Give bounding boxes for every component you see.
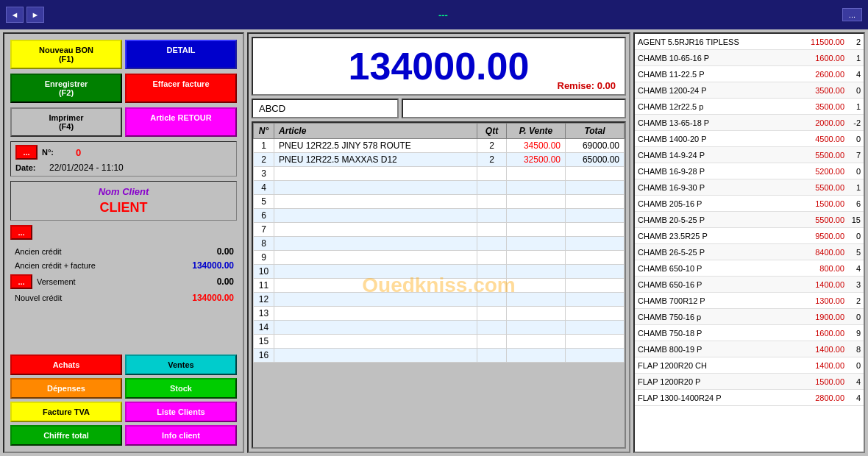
list-item[interactable]: FLAP 1200R20 P 1500.00 4 <box>635 374 864 390</box>
product-price: 5500.00 <box>800 215 844 224</box>
table-row[interactable]: 11 <box>254 279 625 293</box>
list-item[interactable]: AGENT 5.5RJR16 TIPLESS 11500.00 2 <box>635 34 864 50</box>
list-item[interactable]: CHAMB 16-9-28 P 5200.00 0 <box>635 163 864 179</box>
table-row[interactable]: 8 <box>254 237 625 251</box>
list-item[interactable]: CHAMB 800-19 P 1400.00 8 <box>635 341 864 357</box>
table-row[interactable]: 6 <box>254 209 625 223</box>
table-row[interactable]: 10 <box>254 265 625 279</box>
date-value: 22/01/2024 - 11:10 <box>49 163 124 173</box>
list-item[interactable]: CHAMB 750-16 p 1900.00 0 <box>635 309 864 325</box>
main-container: Nouveau BON (F1) DETAIL Enregistrer (F2)… <box>0 29 868 456</box>
chiffre-total-button[interactable]: Chiffre total <box>10 425 122 446</box>
search-input2[interactable] <box>402 99 626 118</box>
product-qty: 2 <box>844 38 861 46</box>
table-row[interactable]: 16 <box>254 349 625 363</box>
table-row[interactable]: 3 <box>254 167 625 181</box>
product-price: 11500.00 <box>800 38 844 46</box>
achats-button[interactable]: Achats <box>10 355 122 375</box>
depenses-button[interactable]: Dépenses <box>10 378 122 399</box>
left-panel: Nouveau BON (F1) DETAIL Enregistrer (F2)… <box>3 32 244 453</box>
cell-qtt <box>477 265 507 279</box>
versement-row: ... Versement 0.00 <box>10 274 237 290</box>
list-item[interactable]: CHAMB 14-9-24 P 5500.00 7 <box>635 147 864 163</box>
table-row[interactable]: 2 PNEU 12R22.5 MAXXAS D12 2 32500.00 650… <box>254 153 625 167</box>
table-row[interactable]: 7 <box>254 223 625 237</box>
list-item[interactable]: CHAMB 23.5R25 P 9500.00 0 <box>635 228 864 244</box>
table-row[interactable]: 12 <box>254 293 625 307</box>
ventes-button[interactable]: Ventes <box>125 355 237 375</box>
numero-value: 0 <box>76 147 81 158</box>
product-name: CHAMB 20-5-25 P <box>638 215 800 224</box>
product-price: 1400.00 <box>800 345 844 354</box>
facture-tva-button[interactable]: Facture TVA <box>10 402 122 422</box>
product-name: CHAMB 12r22.5 p <box>638 102 800 111</box>
cell-article <box>274 223 477 237</box>
search-input[interactable] <box>252 99 399 118</box>
list-item[interactable]: CHAMB 16-9-30 P 5500.00 1 <box>635 179 864 196</box>
product-qty: 0 <box>844 135 861 143</box>
product-list: AGENT 5.5RJR16 TIPLESS 11500.00 2 CHAMB … <box>635 34 864 452</box>
list-item[interactable]: CHAMB 11-22.5 P 2600.00 4 <box>635 66 864 82</box>
cell-qtt: 2 <box>477 139 507 153</box>
cell-n: 7 <box>254 223 274 237</box>
title-bar: ◄ ► --- ... <box>0 0 868 29</box>
cell-article <box>274 293 477 307</box>
liste-clients-button[interactable]: Liste Clients <box>125 402 237 422</box>
cell-pvente <box>507 223 566 237</box>
table-row[interactable]: 14 <box>254 321 625 335</box>
list-item[interactable]: CHAMB 650-16 P 1400.00 3 <box>635 277 864 293</box>
cell-n: 14 <box>254 321 274 335</box>
nouveau-bon-button[interactable]: Nouveau BON (F1) <box>10 40 122 69</box>
list-item[interactable]: CHAMB 1400-20 P 4500.00 0 <box>635 131 864 147</box>
nouvel-credit-label: Nouvel crédit <box>10 293 178 302</box>
info-client-button[interactable]: Info client <box>125 425 237 446</box>
table-row[interactable]: 4 <box>254 181 625 195</box>
table-row[interactable]: 5 <box>254 195 625 209</box>
article-retour-button[interactable]: Article RETOUR <box>125 107 237 137</box>
list-item[interactable]: CHAMB 750-18 P 1600.00 9 <box>635 325 864 341</box>
imprimer-button[interactable]: Imprimer (F4) <box>10 107 122 137</box>
table-row[interactable]: 13 <box>254 307 625 321</box>
product-qty: 0 <box>844 86 861 95</box>
list-item[interactable]: FLAP 1300-1400R24 P 2800.00 4 <box>635 390 864 406</box>
top-buttons-row3: Imprimer (F4) Article RETOUR <box>10 107 237 137</box>
list-item[interactable]: CHAMB 1200-24 P 3500.00 0 <box>635 82 864 99</box>
list-item[interactable]: CHAMB 10-65-16 P 1600.00 1 <box>635 50 864 66</box>
list-item[interactable]: CHAMB 20-5-25 P 5500.00 15 <box>635 212 864 228</box>
effacer-facture-button[interactable]: Effacer facture <box>125 74 237 103</box>
detail-button[interactable]: DETAIL <box>125 40 237 69</box>
cell-pvente <box>507 349 566 363</box>
cell-total <box>566 349 625 363</box>
product-price: 1300.00 <box>800 296 844 305</box>
nav-next-button[interactable]: ► <box>26 7 44 23</box>
list-item[interactable]: CHAMB 26-5-25 P 8400.00 5 <box>635 244 864 260</box>
product-price: 5500.00 <box>800 183 844 192</box>
cell-n: 10 <box>254 265 274 279</box>
numero-btn[interactable]: ... <box>15 145 38 160</box>
product-price: 4500.00 <box>800 135 844 143</box>
cell-n: 6 <box>254 209 274 223</box>
table-row[interactable]: 9 <box>254 251 625 265</box>
enregistrer-button[interactable]: Enregistrer (F2) <box>10 74 122 103</box>
client-action-btn[interactable]: ... <box>10 225 32 240</box>
versement-btn[interactable]: ... <box>10 274 32 289</box>
cell-article <box>274 321 477 335</box>
list-item[interactable]: FLAP 1200R20 CH 1400.00 0 <box>635 357 864 374</box>
title-menu-button[interactable]: ... <box>842 8 862 21</box>
product-name: CHAMB 750-16 p <box>638 313 800 321</box>
nav-prev-button[interactable]: ◄ <box>6 7 24 23</box>
list-item[interactable]: CHAMB 13-65-18 P 2000.00 -2 <box>635 115 864 131</box>
cell-pvente <box>507 181 566 195</box>
cell-qtt <box>477 209 507 223</box>
list-item[interactable]: CHAMB 12r22.5 p 3500.00 1 <box>635 99 864 115</box>
product-name: AGENT 5.5RJR16 TIPLESS <box>638 38 800 46</box>
table-row[interactable]: 15 <box>254 335 625 349</box>
list-item[interactable]: CHAMB 650-10 P 800.00 4 <box>635 260 864 277</box>
stock-button[interactable]: Stock <box>125 378 237 399</box>
list-item[interactable]: CHAMB 205-16 P 1500.00 6 <box>635 196 864 212</box>
table-row[interactable]: 1 PNEU 12R22.5 JINY 578 ROUTE 2 34500.00… <box>254 139 625 153</box>
list-item[interactable]: CHAMB 700R12 P 1300.00 2 <box>635 293 864 309</box>
cell-total <box>566 167 625 181</box>
product-price: 8400.00 <box>800 248 844 257</box>
product-name: CHAMB 26-5-25 P <box>638 248 800 257</box>
